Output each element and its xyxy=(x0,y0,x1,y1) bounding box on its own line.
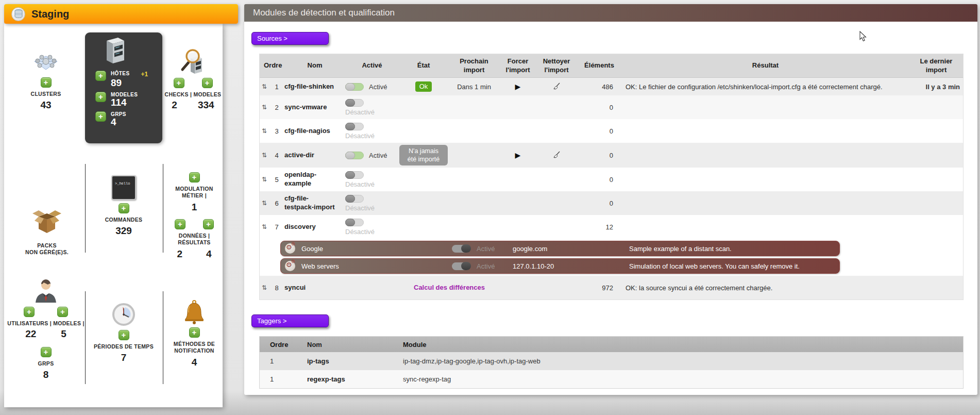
sources-button[interactable]: Sources > xyxy=(251,32,329,45)
add-host-group-button[interactable]: + xyxy=(95,111,106,122)
tile-commands[interactable]: >_hello + COMMANDES 329 xyxy=(93,175,155,237)
check-models-value: 334 xyxy=(198,99,214,111)
tile-value: 4 xyxy=(192,357,197,368)
add-user-model-button[interactable]: + xyxy=(57,307,68,317)
results-value: 4 xyxy=(206,248,212,260)
gears-icon: ⚙⚙ xyxy=(285,243,295,254)
drag-handle-icon[interactable]: ⇅ xyxy=(260,78,269,95)
bell-icon xyxy=(183,300,205,325)
subsource-description: Sample example of a distant scan. xyxy=(623,245,839,253)
add-user-button[interactable]: + xyxy=(24,307,35,317)
toggle-label: Désactivé xyxy=(345,180,375,188)
source-row-cfg-file-nagios: ⇅ 3 cfg-file-nagios Désactivé 0 xyxy=(260,119,963,143)
drag-handle-icon[interactable]: ⇅ xyxy=(260,168,269,191)
toggle-label: Désactivé xyxy=(345,132,375,140)
add-user-group-button[interactable]: + xyxy=(41,347,52,357)
enable-toggle[interactable] xyxy=(345,99,364,107)
result-text: OK: la source syncui a été correctement … xyxy=(621,276,909,300)
col-header-nom: Nom xyxy=(307,341,403,348)
row-nom: cfg-file-nagios xyxy=(284,127,345,136)
subsource-toggle-label: Activé xyxy=(477,245,509,253)
clean-import-icon[interactable] xyxy=(552,151,561,159)
row-ordre: 8 xyxy=(269,276,284,300)
clean-import-icon[interactable] xyxy=(552,82,561,91)
enable-toggle[interactable] xyxy=(345,195,364,203)
subsource-target: google.com xyxy=(513,245,623,253)
tagger-ordre: 1 xyxy=(260,375,307,383)
tagger-row-ip-tags: 1 ip-tags ip-tag-dmz,ip-tag-google,ip-ta… xyxy=(260,352,963,370)
subsource-web-servers[interactable]: ⚙⚙ Web servers Activé 127.0.1.10-20 Simu… xyxy=(280,258,840,274)
packs-label-line2: NON GÉRÉ(E)S. xyxy=(25,249,69,256)
subsource-google[interactable]: ⚙⚙ Google Activé google.com Sample examp… xyxy=(280,241,840,256)
toggle-label: Désactivé xyxy=(345,204,375,212)
tile-modulation[interactable]: + MODULATION MÉTIER | 1 + + DONNÉES | RÉ… xyxy=(166,172,223,260)
enable-toggle[interactable] xyxy=(345,83,364,91)
groups-value: 4 xyxy=(111,117,126,127)
add-notifway-button[interactable]: + xyxy=(189,327,200,338)
sources-table: Ordre Nom Activé État Prochain import Fo… xyxy=(259,54,964,300)
drag-handle-icon[interactable]: ⇅ xyxy=(260,95,269,119)
drag-handle-icon[interactable]: ⇅ xyxy=(260,215,269,239)
tagger-nom: regexp-tags xyxy=(307,375,403,383)
tile-timeperiods[interactable]: + PÉRIODES DE TEMPS 7 xyxy=(93,303,155,363)
source-row-cfg-file-shinken: ⇅ 1 cfg-file-shinken Activé Ok Dans 1 mi… xyxy=(260,78,963,95)
clusters-icon xyxy=(32,52,59,75)
never-imported-badge: N'a jamais été importé xyxy=(399,145,448,166)
add-result-button[interactable]: + xyxy=(203,219,214,229)
elements-count: 972 xyxy=(577,276,621,300)
row-ordre: 4 xyxy=(269,143,284,168)
add-check-model-button[interactable]: + xyxy=(202,78,213,88)
tile-hosts[interactable]: + HÔTES +1 89 + MODELES 114 + GRPS 4 xyxy=(85,32,162,143)
taggers-button[interactable]: Taggers > xyxy=(251,314,329,327)
add-data-button[interactable]: + xyxy=(175,219,185,229)
data-results-label: DONNÉES | RÉSULTATS xyxy=(166,233,223,246)
diff-status-text: Calcul des différences xyxy=(399,276,500,300)
elements-count: 0 xyxy=(577,191,621,215)
sidebar-panel: + CLUSTERS 43 + HÔTES +1 89 + xyxy=(4,24,223,407)
subsource-target: 127.0.1.10-20 xyxy=(513,262,623,270)
toggle-label: Désactivé xyxy=(345,228,375,236)
tile-users[interactable]: + + UTILISATEURS | MODELES | 22 5 + GRPS… xyxy=(7,279,85,380)
add-modulation-button[interactable]: + xyxy=(189,172,200,182)
drag-handle-icon[interactable]: ⇅ xyxy=(260,191,269,215)
tile-notifications[interactable]: + MÉTHODES DE NOTIFICATION 4 xyxy=(166,300,223,368)
result-text: OK: Le fichier de configuration /etc/shi… xyxy=(621,78,909,95)
row-ordre: 5 xyxy=(269,168,284,191)
row-nom: cfg-file-shinken xyxy=(284,82,345,91)
enable-toggle[interactable] xyxy=(345,219,364,226)
modules-panel: Modules de détection et qualification So… xyxy=(244,4,977,395)
server-icon xyxy=(103,37,126,65)
force-import-icon[interactable]: ▶ xyxy=(515,151,521,159)
drag-handle-icon[interactable]: ⇅ xyxy=(260,119,269,143)
tile-checks[interactable]: + + CHECKS | MODELES 2 334 xyxy=(163,47,223,111)
taggers-table-header: Ordre Nom Module xyxy=(260,337,963,352)
tile-value: 7 xyxy=(121,352,127,363)
subsource-toggle[interactable] xyxy=(452,245,470,253)
source-row-openldap-example: ⇅ 5 openldap-example Désactivé 0 xyxy=(260,168,963,191)
drag-handle-icon[interactable]: ⇅ xyxy=(260,143,269,168)
row-ordre: 6 xyxy=(269,191,284,215)
drag-handle-icon[interactable]: ⇅ xyxy=(260,276,269,300)
tile-clusters[interactable]: + CLUSTERS 43 xyxy=(7,52,85,111)
tile-label: CLUSTERS xyxy=(31,91,61,97)
add-host-button[interactable]: + xyxy=(95,71,106,81)
enable-toggle[interactable] xyxy=(345,152,364,159)
add-host-model-button[interactable]: + xyxy=(95,92,106,102)
tagger-ordre: 1 xyxy=(260,357,307,365)
source-row-cfg-file-testpack-import: ⇅ 6 cfg-file-testpack-import Désactivé 0 xyxy=(260,191,963,215)
mouse-cursor xyxy=(859,31,867,43)
subsource-toggle[interactable] xyxy=(452,262,470,270)
hosts-delta-badge: +1 xyxy=(141,71,148,78)
add-command-button[interactable]: + xyxy=(119,203,129,213)
enable-toggle[interactable] xyxy=(345,171,364,179)
subsource-toggle-label: Activé xyxy=(477,262,509,270)
row-nom: openldap-example xyxy=(284,171,331,188)
col-header-etat: État xyxy=(399,54,448,77)
force-import-icon[interactable]: ▶ xyxy=(515,82,521,91)
enable-toggle[interactable] xyxy=(345,123,364,130)
tile-packs[interactable]: PACKS NON GÉRÉ(E)S. xyxy=(13,209,80,256)
add-check-button[interactable]: + xyxy=(174,78,184,88)
add-cluster-button[interactable]: + xyxy=(41,77,52,88)
col-header-resultat: Résultat xyxy=(621,54,909,77)
add-timeperiod-button[interactable]: + xyxy=(119,330,129,340)
